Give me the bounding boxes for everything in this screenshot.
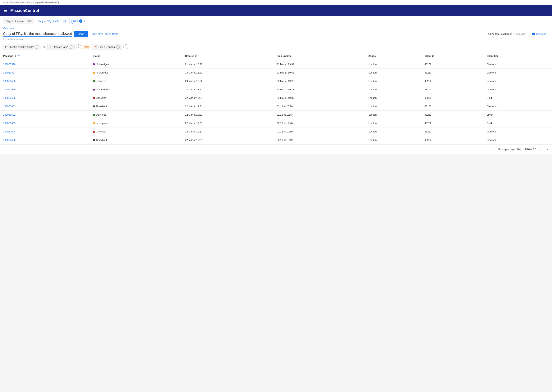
add-filter-label: Add filter	[92, 33, 103, 35]
filter-client-remove[interactable]: −	[35, 45, 38, 49]
cell-created-at: 22 Mar at 19:31	[182, 111, 274, 119]
new-tab-button[interactable]: New +	[71, 18, 85, 24]
package-id-link[interactable]: 130060603	[3, 122, 15, 125]
filter-chip-client[interactable]: ⊞ Client is exactly 'Apple' −	[3, 44, 40, 50]
cell-package-id[interactable]: 130060596	[0, 136, 90, 144]
clear-filters-button[interactable]: Clear filters	[105, 33, 118, 35]
table-row: 130060601 Timed out 22 Mar at 19:31 02/1…	[0, 102, 552, 111]
status-text: Not assigned	[96, 63, 110, 66]
cell-pickup-time: 23 Mar at 19:53	[274, 69, 365, 77]
rows-per-page-select[interactable]: 20 ▾	[517, 148, 522, 151]
tab-1-label: Fifty, it's the mos...	[6, 20, 26, 23]
total-packages: 1,372 total packages • Up to date	[488, 33, 526, 35]
cell-package-id[interactable]: 130060597	[0, 69, 90, 77]
filter-city-remove[interactable]: −	[116, 45, 120, 49]
package-id-link[interactable]: 130060596	[3, 63, 15, 66]
cell-package-id[interactable]: 130060601	[0, 102, 90, 111]
cell-created-at: 22 Mar at 19:31	[182, 102, 274, 111]
table-row: 130060604 Canceled 22 Mar at 19:31 02/18…	[0, 127, 552, 136]
cell-status: Not assigned	[90, 60, 182, 69]
col-status: Status	[90, 52, 182, 60]
package-id-link[interactable]: 130060599	[3, 88, 15, 91]
app-title: MissionControl	[10, 8, 39, 13]
package-id-link[interactable]: 130060597	[3, 71, 15, 74]
package-id-link[interactable]: 130060598	[3, 80, 15, 83]
cell-status: Timed out	[90, 136, 182, 144]
filter-city-text: City is 'London'	[99, 46, 115, 49]
status-dot	[93, 89, 95, 91]
rows-per-page-value: 20	[517, 148, 520, 151]
rows-per-page-label: Rows per page:	[498, 148, 516, 151]
svg-rect-2	[534, 33, 535, 35]
cell-zones: London	[365, 111, 421, 119]
package-id-link[interactable]: 130060602	[3, 113, 15, 116]
view-name-input[interactable]	[3, 31, 72, 36]
tab-1[interactable]: Fifty, it's the mos... 32	[3, 18, 34, 24]
status-dot	[93, 139, 95, 141]
columns-button[interactable]: Columns	[529, 31, 549, 37]
status-text: In progress	[96, 71, 108, 74]
cell-created-at: 22 Mar at 19:31	[182, 136, 274, 144]
svg-rect-0	[532, 33, 533, 35]
cell-client-id: 43252	[421, 119, 484, 127]
cell-zones: London	[365, 136, 421, 144]
cell-created-at: 22 Mar at 18:17	[182, 85, 274, 94]
cell-package-id[interactable]: 130060598	[0, 77, 90, 85]
cell-pickup-time: 02/18 at 19:46	[274, 119, 365, 127]
topbar: ☰ MissionControl	[0, 5, 552, 16]
cell-package-id[interactable]: 130060596	[0, 60, 90, 69]
prev-page-button[interactable]: ‹	[539, 147, 542, 152]
add-filter-button[interactable]: + Add filter	[90, 33, 103, 35]
filters-bar: ⊞ Client is exactly 'Apple' − or ✏ Statu…	[0, 42, 552, 52]
status-dot	[93, 72, 95, 74]
cell-client-tier: Gold	[484, 94, 552, 102]
status-text: Timed out	[96, 139, 107, 141]
tabs-row: Fifty, it's the mos... 32 Copy of Fifty,…	[0, 16, 552, 24]
menu-icon[interactable]: ☰	[4, 8, 7, 13]
cell-client-tier: Diamond	[484, 102, 552, 111]
cell-package-id[interactable]: 130060599	[0, 85, 90, 94]
status-text: In progress	[96, 122, 108, 125]
cell-client-id: 43252	[421, 136, 484, 144]
cell-client-tier: Diamond	[484, 136, 552, 144]
filter-add-after-status[interactable]: +	[76, 44, 81, 49]
filter-chip-city[interactable]: 📍 City is 'London' −	[92, 44, 122, 50]
cell-client-id: 43252	[421, 85, 484, 94]
cell-package-id[interactable]: 130060602	[0, 111, 90, 119]
filter-status-remove[interactable]: −	[69, 45, 73, 49]
package-id-link[interactable]: 130060601	[3, 105, 15, 108]
cell-package-id[interactable]: 130060603	[0, 119, 90, 127]
status-dot	[93, 131, 95, 133]
filter-chip-status[interactable]: ✏ Status is 'any' −	[47, 44, 74, 50]
new-tab-plus-icon: +	[79, 19, 82, 23]
cell-client-id: 43252	[421, 69, 484, 77]
next-page-button[interactable]: ›	[545, 147, 549, 152]
cell-zones: London	[365, 69, 421, 77]
cell-status: Not assigned	[90, 85, 182, 94]
package-id-link[interactable]: 130060600	[3, 97, 15, 99]
package-id-link[interactable]: 130060604	[3, 130, 15, 133]
package-id-link[interactable]: 130060596	[3, 139, 15, 141]
cell-status: In progress	[90, 69, 182, 77]
status-text: Delivered	[96, 113, 106, 116]
table-row: 130060596 Timed out 22 Mar at 19:31 02/1…	[0, 136, 552, 144]
status-text: Not assigned	[96, 88, 110, 91]
tab-2[interactable]: Copy of Fifty, it's the most characters …	[35, 18, 70, 24]
cell-client-tier: Gold	[484, 119, 552, 127]
new-tab-label: New	[73, 20, 78, 22]
filter-add-after-city[interactable]: +	[123, 44, 128, 49]
cell-package-id[interactable]: 130060600	[0, 94, 90, 102]
cell-client-id: 43252	[421, 77, 484, 85]
svg-rect-1	[533, 33, 534, 35]
table-icon: ⊞	[5, 46, 7, 49]
done-button[interactable]: Done	[74, 31, 88, 37]
cell-package-id[interactable]: 130060604	[0, 127, 90, 136]
url-text: https://flow.beta.stuart.com/packages-li…	[3, 1, 59, 4]
cell-pickup-time: 02/18 at 19:30	[274, 127, 365, 136]
cell-status: Delivered	[90, 111, 182, 119]
page-range: 1-20 of 32	[525, 148, 536, 151]
cell-client-tier: Diamond	[484, 69, 552, 77]
cell-status: Canceled	[90, 127, 182, 136]
table-row: 130060596 Not assigned 21 Mar at 18:20 2…	[0, 60, 552, 69]
col-package-id[interactable]: Package id ▼	[0, 52, 90, 60]
